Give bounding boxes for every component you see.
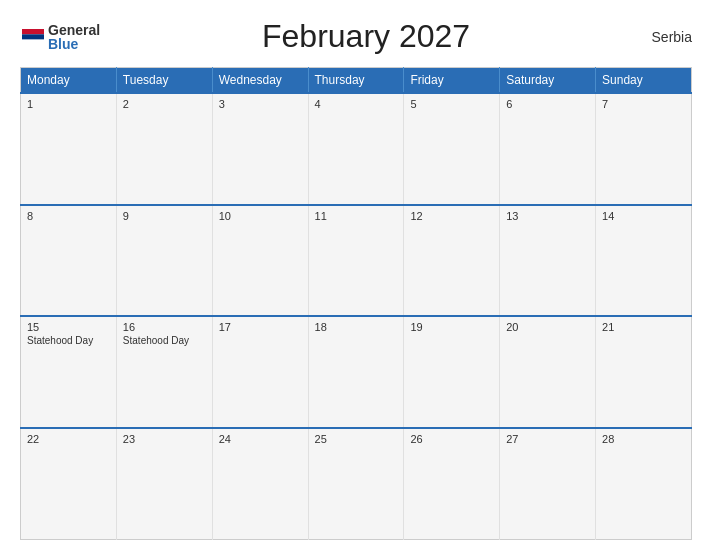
day-number: 2 xyxy=(123,98,206,110)
day-number: 14 xyxy=(602,210,685,222)
day-number: 19 xyxy=(410,321,493,333)
day-cell-5: 5 xyxy=(404,93,500,205)
logo-text-wrapper: General Blue xyxy=(48,23,100,51)
day-cell-21: 21 xyxy=(596,316,692,428)
days-row: Monday Tuesday Wednesday Thursday Friday… xyxy=(21,68,692,94)
day-cell-28: 28 xyxy=(596,428,692,540)
day-cell-26: 26 xyxy=(404,428,500,540)
day-number: 22 xyxy=(27,433,110,445)
week-row-4: 22232425262728 xyxy=(21,428,692,540)
day-number: 15 xyxy=(27,321,110,333)
day-number: 6 xyxy=(506,98,589,110)
day-cell-14: 14 xyxy=(596,205,692,317)
day-number: 16 xyxy=(123,321,206,333)
day-number: 1 xyxy=(27,98,110,110)
day-number: 5 xyxy=(410,98,493,110)
calendar-body: 123456789101112131415Statehood Day16Stat… xyxy=(21,93,692,540)
col-sunday: Sunday xyxy=(596,68,692,94)
day-cell-2: 2 xyxy=(116,93,212,205)
day-number: 24 xyxy=(219,433,302,445)
week-row-2: 891011121314 xyxy=(21,205,692,317)
day-cell-4: 4 xyxy=(308,93,404,205)
col-friday: Friday xyxy=(404,68,500,94)
day-cell-17: 17 xyxy=(212,316,308,428)
logo-text-general: General xyxy=(48,23,100,37)
col-saturday: Saturday xyxy=(500,68,596,94)
day-number: 8 xyxy=(27,210,110,222)
logo-text-blue: Blue xyxy=(48,37,100,51)
week-row-3: 15Statehood Day16Statehood Day1718192021 xyxy=(21,316,692,428)
day-cell-11: 11 xyxy=(308,205,404,317)
calendar-table: Monday Tuesday Wednesday Thursday Friday… xyxy=(20,67,692,540)
col-monday: Monday xyxy=(21,68,117,94)
week-row-1: 1234567 xyxy=(21,93,692,205)
day-number: 10 xyxy=(219,210,302,222)
day-number: 3 xyxy=(219,98,302,110)
day-cell-24: 24 xyxy=(212,428,308,540)
day-cell-15: 15Statehood Day xyxy=(21,316,117,428)
day-cell-9: 9 xyxy=(116,205,212,317)
day-number: 23 xyxy=(123,433,206,445)
col-thursday: Thursday xyxy=(308,68,404,94)
day-number: 9 xyxy=(123,210,206,222)
day-cell-3: 3 xyxy=(212,93,308,205)
svg-rect-1 xyxy=(22,34,44,39)
svg-rect-0 xyxy=(22,29,44,34)
day-number: 12 xyxy=(410,210,493,222)
day-number: 11 xyxy=(315,210,398,222)
calendar-title: February 2027 xyxy=(100,18,632,55)
day-cell-12: 12 xyxy=(404,205,500,317)
event-label: Statehood Day xyxy=(27,335,110,346)
day-cell-7: 7 xyxy=(596,93,692,205)
col-wednesday: Wednesday xyxy=(212,68,308,94)
page: General Blue February 2027 Serbia Monday… xyxy=(0,0,712,550)
day-number: 13 xyxy=(506,210,589,222)
day-number: 28 xyxy=(602,433,685,445)
day-cell-16: 16Statehood Day xyxy=(116,316,212,428)
calendar-header: Monday Tuesday Wednesday Thursday Friday… xyxy=(21,68,692,94)
logo: General Blue xyxy=(20,23,100,51)
event-label: Statehood Day xyxy=(123,335,206,346)
day-cell-10: 10 xyxy=(212,205,308,317)
day-number: 7 xyxy=(602,98,685,110)
country-label: Serbia xyxy=(632,29,692,45)
logo-flag-icon xyxy=(22,29,44,45)
day-number: 4 xyxy=(315,98,398,110)
day-cell-18: 18 xyxy=(308,316,404,428)
day-cell-1: 1 xyxy=(21,93,117,205)
day-cell-20: 20 xyxy=(500,316,596,428)
day-cell-25: 25 xyxy=(308,428,404,540)
day-number: 25 xyxy=(315,433,398,445)
day-number: 21 xyxy=(602,321,685,333)
day-cell-6: 6 xyxy=(500,93,596,205)
day-number: 17 xyxy=(219,321,302,333)
col-tuesday: Tuesday xyxy=(116,68,212,94)
day-number: 27 xyxy=(506,433,589,445)
day-cell-8: 8 xyxy=(21,205,117,317)
day-cell-23: 23 xyxy=(116,428,212,540)
day-number: 26 xyxy=(410,433,493,445)
svg-rect-2 xyxy=(22,39,44,44)
day-cell-19: 19 xyxy=(404,316,500,428)
day-number: 18 xyxy=(315,321,398,333)
day-number: 20 xyxy=(506,321,589,333)
day-cell-13: 13 xyxy=(500,205,596,317)
day-cell-27: 27 xyxy=(500,428,596,540)
day-cell-22: 22 xyxy=(21,428,117,540)
header: General Blue February 2027 Serbia xyxy=(20,18,692,55)
